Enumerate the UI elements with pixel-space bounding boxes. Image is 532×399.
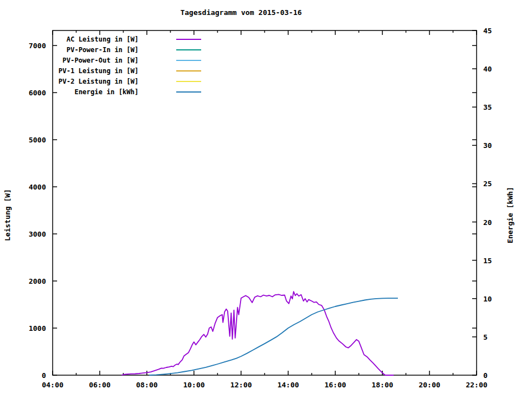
x-tick-label: 14:00	[277, 381, 299, 389]
legend-label: PV-Power-Out in [W]	[0, 57, 139, 64]
x-tick-label: 06:00	[89, 381, 110, 389]
y-left-tick-label: 3000	[29, 230, 46, 238]
series-line	[149, 298, 398, 375]
legend-label: Energie in [kWh]	[0, 88, 139, 96]
y-left-tick-label: 0	[42, 371, 46, 380]
x-tick-label: 10:00	[183, 381, 204, 389]
legend-label: PV-2 Leistung in [W]	[0, 78, 139, 85]
legend-color-line	[176, 49, 201, 50]
y-right-tick-label: 35	[483, 103, 492, 111]
legend-label: PV-Power-In in [W]	[0, 46, 139, 54]
y-right-tick-label: 40	[483, 65, 492, 73]
y-left-tick-label: 2000	[29, 277, 46, 285]
x-tick-label: 18:00	[371, 381, 393, 389]
legend-color-line	[176, 70, 201, 71]
x-tick-label: 16:00	[324, 381, 346, 389]
legend-item: PV-Power-In in [W]	[0, 46, 202, 55]
y-right-tick-label: 5	[483, 333, 488, 341]
x-tick-label: 12:00	[230, 381, 252, 389]
y-left-tick-label: 4000	[29, 183, 46, 191]
x-tick-label: 08:00	[136, 381, 157, 389]
legend-color-line	[176, 60, 201, 61]
legend-item: PV-1 Leistung in [W]	[0, 67, 202, 76]
y-right-tick-label: 0	[483, 371, 488, 380]
series-line	[122, 291, 394, 375]
legend-item: PV-2 Leistung in [W]	[0, 78, 202, 86]
y-left-tick-label: 1000	[29, 324, 46, 332]
y-right-tick-label: 10	[483, 295, 492, 303]
y-right-tick-label: 20	[483, 218, 492, 227]
legend-label: PV-1 Leistung in [W]	[0, 67, 139, 75]
x-tick-label: 04:00	[42, 381, 63, 389]
legend-color-line	[176, 39, 201, 40]
legend-item: Energie in [kWh]	[0, 88, 202, 97]
y-right-tick-label: 30	[483, 141, 492, 150]
y-right-tick-label: 25	[483, 180, 492, 188]
y-right-tick-label: 15	[483, 257, 492, 265]
y-right-tick-label: 45	[483, 27, 492, 35]
x-tick-label: 20:00	[418, 381, 440, 389]
legend-color-line	[176, 91, 201, 93]
legend-label: AC Leistung in [W]	[0, 35, 139, 43]
y-left-tick-label: 5000	[29, 136, 46, 144]
legend-item: PV-Power-Out in [W]	[0, 57, 202, 65]
chart-canvas: Tagesdiagramm vom 2015-03-16 Leistung [W…	[0, 0, 532, 399]
x-tick-label: 22:00	[466, 381, 487, 389]
legend-item: AC Leistung in [W]	[0, 35, 202, 44]
legend-color-line	[176, 81, 201, 82]
